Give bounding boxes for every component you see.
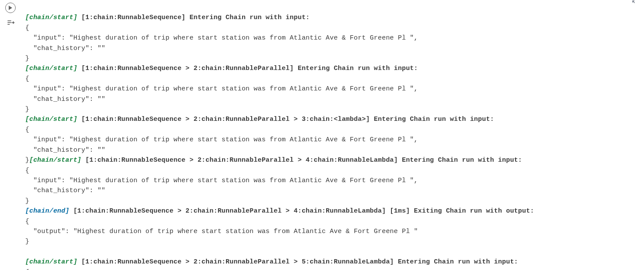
chain-start-tag: [chain/start] bbox=[25, 116, 78, 123]
json-chat-history-line: "chat_history": "" bbox=[25, 45, 105, 52]
chain-path: [1:chain:RunnableSequence > 2:chain:Runn… bbox=[81, 157, 402, 164]
json-chat-history-line: "chat_history": "" bbox=[25, 147, 105, 154]
chain-end-tag: [chain/end] bbox=[25, 207, 69, 215]
log-line: [chain/start] [1:chain:RunnableSequence]… bbox=[25, 14, 310, 21]
json-input-line: "input": "Highest duration of trip where… bbox=[25, 34, 418, 42]
chain-path: [1:chain:RunnableSequence > 2:chain:Runn… bbox=[78, 65, 298, 72]
log-line: }[chain/start] [1:chain:RunnableSequence… bbox=[25, 157, 522, 164]
run-cell-button[interactable] bbox=[5, 3, 16, 13]
cell-output: [chain/start] [1:chain:RunnableSequence]… bbox=[25, 3, 635, 270]
json-input-line: "input": "Highest duration of trip where… bbox=[25, 177, 418, 184]
json-brace: { bbox=[25, 269, 29, 270]
json-brace: { bbox=[25, 167, 29, 174]
json-brace: } bbox=[25, 238, 29, 245]
log-line: [chain/start] [1:chain:RunnableSequence … bbox=[25, 258, 518, 266]
chain-path: [1:chain:RunnableSequence > 2:chain:Runn… bbox=[78, 258, 398, 266]
json-brace: } bbox=[25, 106, 29, 113]
chain-path: [1:chain:RunnableSequence > 2:chain:Runn… bbox=[78, 116, 374, 123]
json-chat-history-line: "chat_history": "" bbox=[25, 96, 105, 103]
chain-tail: Entering Chain run with input: bbox=[398, 258, 518, 266]
chain-path: [1:chain:RunnableSequence > 2:chain:Runn… bbox=[69, 207, 414, 215]
json-chat-history-line: "chat_history": "" bbox=[25, 187, 105, 194]
chain-tail: Exiting Chain run with output: bbox=[414, 207, 534, 215]
chain-tail: Entering Chain run with input: bbox=[298, 65, 418, 72]
execute-next-button[interactable] bbox=[5, 17, 16, 28]
json-output-line: "output": "Highest duration of trip wher… bbox=[25, 228, 418, 235]
json-brace: } bbox=[25, 197, 29, 205]
chain-tail: Entering Chain run with input: bbox=[189, 14, 310, 21]
json-brace: } bbox=[25, 157, 29, 164]
log-line: [chain/start] [1:chain:RunnableSequence … bbox=[25, 65, 418, 72]
json-input-line: "input": "Highest duration of trip where… bbox=[25, 85, 418, 93]
chain-start-tag: [chain/start] bbox=[29, 157, 81, 164]
log-line: [chain/start] [1:chain:RunnableSequence … bbox=[25, 116, 494, 123]
chain-start-tag: [chain/start] bbox=[25, 14, 78, 21]
log-line: [chain/end] [1:chain:RunnableSequence > … bbox=[25, 207, 534, 215]
json-brace: { bbox=[25, 218, 29, 225]
json-brace: { bbox=[25, 75, 29, 83]
json-brace: { bbox=[25, 24, 29, 32]
chain-path: [1:chain:RunnableSequence] bbox=[78, 14, 190, 21]
chain-tail: Entering Chain run with input: bbox=[402, 157, 522, 164]
json-brace: { bbox=[25, 126, 29, 133]
chain-start-tag: [chain/start] bbox=[25, 258, 78, 266]
json-input-line: "input": "Highest duration of trip where… bbox=[25, 136, 418, 143]
chain-tail: Entering Chain run with input: bbox=[374, 116, 494, 123]
json-brace: } bbox=[25, 55, 29, 62]
chain-start-tag: [chain/start] bbox=[25, 65, 78, 72]
